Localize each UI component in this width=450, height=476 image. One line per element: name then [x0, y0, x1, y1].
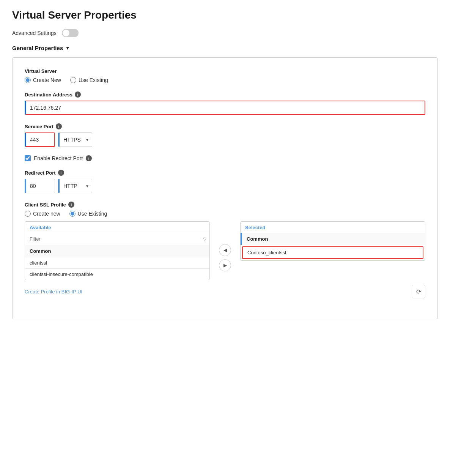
available-panel: Available ▽ Common clientssl clientssl-i… — [25, 221, 210, 280]
service-protocol-wrapper: HTTPS HTTP FTP Other ▼ — [58, 132, 92, 147]
ssl-dual-panel: Available ▽ Common clientssl clientssl-i… — [25, 221, 425, 280]
ssl-create-new-label: Create new — [33, 211, 60, 217]
advanced-settings-toggle[interactable] — [62, 29, 79, 37]
selected-group-header: Common — [241, 233, 425, 245]
service-port-input[interactable] — [25, 132, 55, 147]
filter-icon: ▽ — [203, 236, 206, 242]
create-new-radio[interactable] — [25, 77, 31, 83]
available-group-header: Common — [25, 245, 209, 257]
create-new-radio-option[interactable]: Create New — [25, 77, 61, 83]
selected-item[interactable]: Contoso_clientssl — [242, 246, 423, 259]
selected-panel-title: Selected — [241, 222, 425, 233]
filter-input[interactable] — [28, 233, 203, 245]
use-existing-label: Use Existing — [79, 77, 108, 83]
filter-row: ▽ — [25, 233, 209, 245]
virtual-server-label: Virtual Server — [25, 68, 425, 74]
ssl-use-existing-label: Use Existing — [78, 211, 107, 217]
enable-redirect-port-label: Enable Redirect Port — [34, 155, 83, 161]
service-port-label: Service Port i — [25, 123, 425, 129]
client-ssl-radio-group: Create new Use Existing — [25, 211, 425, 217]
general-properties-label: General Properties — [12, 45, 63, 51]
available-list: Common clientssl clientssl-insecure-comp… — [25, 245, 209, 280]
refresh-icon: ⟳ — [416, 288, 421, 295]
list-item[interactable]: clientssl-insecure-compatible — [25, 268, 209, 280]
list-item[interactable]: clientssl — [25, 257, 209, 268]
virtual-server-radio-group: Create New Use Existing — [25, 77, 425, 83]
use-existing-radio-option[interactable]: Use Existing — [70, 77, 108, 83]
service-port-group: Service Port i HTTPS HTTP FTP Other ▼ — [25, 123, 425, 147]
ssl-use-existing-radio[interactable] — [69, 211, 76, 217]
general-properties-chevron: ▼ — [65, 46, 70, 51]
available-panel-title: Available — [25, 222, 209, 233]
selected-panel: Selected Common Contoso_clientssl — [240, 221, 425, 261]
advanced-settings-row: Advanced Settings — [12, 29, 438, 37]
move-left-button[interactable]: ◀ — [219, 244, 231, 256]
page-title: Virtual Server Properties — [12, 9, 438, 21]
redirect-port-row: HTTP HTTPS FTP Other ▼ — [25, 179, 425, 193]
destination-address-input[interactable] — [25, 101, 425, 115]
enable-redirect-port-checkbox[interactable] — [25, 155, 31, 161]
create-profile-link[interactable]: Create Profile in BIG-IP UI — [25, 289, 82, 295]
redirect-protocol-wrapper: HTTP HTTPS FTP Other ▼ — [58, 179, 92, 193]
destination-address-label: Destination Address i — [25, 91, 425, 98]
destination-address-info-icon: i — [75, 91, 81, 98]
move-right-button[interactable]: ▶ — [219, 259, 231, 271]
client-ssl-profile-info-icon: i — [68, 202, 74, 208]
service-port-row: HTTPS HTTP FTP Other ▼ — [25, 132, 425, 147]
redirect-port-label: Redirect Port i — [25, 170, 425, 176]
client-ssl-profile-label: Client SSL Profile i — [25, 202, 425, 208]
use-existing-radio[interactable] — [70, 77, 76, 83]
ssl-create-new-radio-option[interactable]: Create new — [25, 211, 60, 217]
redirect-port-info-icon: i — [58, 170, 64, 176]
destination-address-group: Destination Address i — [25, 91, 425, 115]
ssl-bottom-row: Create Profile in BIG-IP UI ⟳ — [25, 285, 425, 298]
service-port-info-icon: i — [56, 123, 62, 129]
ssl-use-existing-radio-option[interactable]: Use Existing — [69, 211, 107, 217]
enable-redirect-port-row: Enable Redirect Port i — [25, 155, 425, 161]
general-properties-header[interactable]: General Properties ▼ — [12, 45, 438, 51]
ssl-create-new-radio[interactable] — [25, 211, 31, 217]
refresh-button[interactable]: ⟳ — [412, 285, 425, 298]
redirect-port-group: Redirect Port i HTTP HTTPS FTP Other ▼ — [25, 170, 425, 193]
virtual-server-group: Virtual Server Create New Use Existing — [25, 68, 425, 83]
service-protocol-select[interactable]: HTTPS HTTP FTP Other — [58, 132, 92, 147]
create-new-label: Create New — [33, 77, 61, 83]
client-ssl-profile-section: Client SSL Profile i Create new Use Exis… — [25, 202, 425, 298]
arrow-buttons: ◀ ▶ — [216, 244, 234, 271]
enable-redirect-port-info-icon: i — [86, 155, 92, 161]
redirect-protocol-select[interactable]: HTTP HTTPS FTP Other — [58, 179, 92, 193]
redirect-port-input[interactable] — [25, 179, 55, 193]
general-properties-card: Virtual Server Create New Use Existing D… — [12, 57, 438, 319]
advanced-settings-label: Advanced Settings — [12, 30, 57, 36]
